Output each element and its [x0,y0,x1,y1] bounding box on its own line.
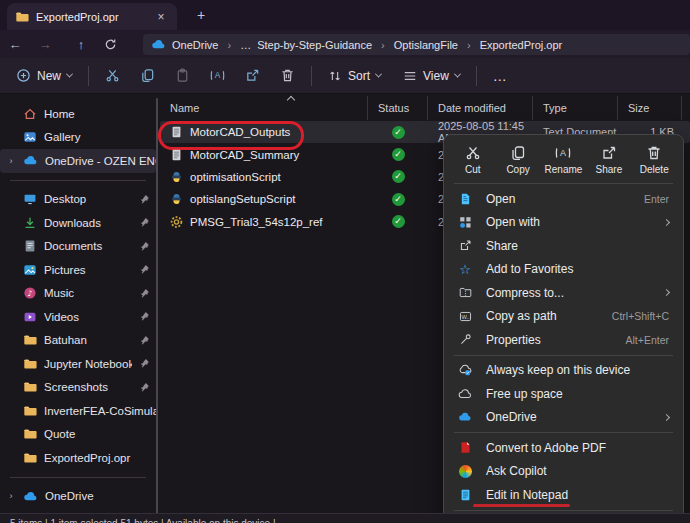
menu-item-edit-in-notepad[interactable]: Edit in Notepad [448,483,679,507]
sidebar-item-documents[interactable]: Documents [0,235,156,259]
sidebar-item-jupyter-notebooks[interactable]: Jupyter Notebooks [0,352,156,376]
folder-icon [15,10,29,24]
sidebar-item-desktop[interactable]: Desktop [0,188,156,212]
sidebar-item-home[interactable]: Home [0,102,156,126]
quick-action-delete[interactable]: Delete [633,142,675,178]
sidebar-item-screenshots[interactable]: Screenshots [0,376,156,400]
python-script-icon [170,192,183,206]
breadcrumb-onedrive[interactable]: OneDrive [172,39,218,51]
breadcrumb-overflow[interactable]: … [240,39,251,51]
onedrive-cloud-icon [151,37,166,52]
menu-item-always-keep-on-device[interactable]: Always keep on this device [448,359,679,383]
cloud-outline-icon [457,387,473,401]
expand-chevron-icon[interactable]: › [6,156,16,166]
refresh-icon[interactable] [104,38,134,51]
sidebar-item-onedrive-ozen[interactable]: › OneDrive - OZEN ENGINEERIN [0,149,156,173]
cut-icon[interactable] [105,68,120,83]
quick-actions: Cut Copy A Rename Share Delete [444,139,683,180]
sidebar-item-pictures[interactable]: Pictures [0,258,156,282]
onedrive-cloud-icon [457,410,473,424]
sidebar-item-music[interactable]: ♪ Music [0,282,156,306]
breadcrumb-chevron-icon: › [378,39,388,51]
svg-text:♪: ♪ [27,289,32,298]
sidebar-item-gallery[interactable]: Gallery [0,126,156,150]
more-options-icon[interactable]: … [487,68,514,84]
sidebar-item-videos[interactable]: Videos [0,305,156,329]
sidebar-scrollbar[interactable] [156,98,158,517]
quick-action-cut[interactable]: Cut [452,142,494,178]
menu-item-open-with[interactable]: Open with [448,211,679,235]
onedrive-cloud-icon [23,153,38,168]
sidebar-item-exportedproj[interactable]: ExportedProj.opr [0,446,156,470]
menu-item-ask-copilot[interactable]: Ask Copilot [448,460,679,484]
pin-icon [139,194,150,205]
sidebar-item-onedrive[interactable]: › OneDrive [0,485,156,509]
breadcrumb-guidance[interactable]: Step-by-Step-Guidance [257,39,372,51]
menu-item-copy-as-path[interactable]: W.. Copy as path Ctrl+Shift+C [448,305,679,329]
plus-circle-icon [16,68,31,83]
rename-icon[interactable]: A [210,68,225,83]
quick-action-share[interactable]: Share [588,142,630,178]
menu-item-onedrive[interactable]: OneDrive [448,406,679,430]
submenu-chevron-icon [663,289,670,296]
view-button[interactable]: View [397,69,466,83]
pin-icon [139,241,150,252]
sidebar-item-batuhan[interactable]: Batuhan [0,329,156,353]
pin-icon [139,217,150,228]
music-icon: ♪ [23,286,37,300]
sidebar-divider [10,180,146,181]
share-icon[interactable] [245,68,260,83]
column-header-type[interactable]: Type [533,96,618,120]
tab-close-icon[interactable]: × [153,9,169,25]
synced-check-icon: ✓ [392,193,405,206]
submenu-chevron-icon [663,219,670,226]
motorcad-file-icon [170,215,183,229]
sort-button[interactable]: Sort [322,69,387,83]
column-header-size[interactable]: Size [618,96,682,120]
menu-item-add-to-favorites[interactable]: ☆ Add to Favorites [448,258,679,282]
copy-icon[interactable] [140,68,155,83]
pin-icon [139,382,150,393]
text-document-icon [170,148,183,162]
synced-check-icon: ✓ [392,170,405,183]
document-icon [23,239,37,253]
expand-chevron-icon[interactable]: › [6,491,16,501]
up-button[interactable]: ↑ [66,37,96,52]
sidebar-item-inverterfea[interactable]: InverterFEA-CoSimulation [0,399,156,423]
delete-icon[interactable] [280,68,295,83]
quick-action-copy[interactable]: Copy [497,142,539,178]
menu-item-properties[interactable]: Properties Alt+Enter [448,328,679,352]
menu-item-compress-to[interactable]: Compress to... [448,281,679,305]
breadcrumb-exportedproj[interactable]: ExportedProj.opr [480,39,563,51]
paste-icon[interactable] [175,68,190,83]
breadcrumb-optislangfile[interactable]: OptislangFile [394,39,458,51]
status-bar-text: 5 items | 1 item selected 51 bytes | Ava… [10,518,276,523]
explorer-tab[interactable]: ExportedProj.opr × [7,3,177,30]
back-button[interactable]: ← [0,37,30,52]
sort-icon [328,69,342,83]
new-button[interactable]: New [10,68,78,83]
folder-icon [23,427,37,441]
title-bar: ExportedProj.opr × + [0,0,690,30]
star-icon: ☆ [457,263,473,276]
sidebar-item-quote[interactable]: Quote [0,423,156,447]
svg-text:A: A [560,148,566,158]
column-header-date-modified[interactable]: Date modified [428,96,533,120]
column-header-name[interactable]: Name [160,96,368,120]
toolbar-divider [311,66,312,86]
address-bar[interactable]: OneDrive › … Step-by-Step-Guidance › Opt… [143,34,690,55]
context-menu: Cut Copy A Rename Share Delete [443,134,684,523]
forward-button[interactable]: → [30,37,60,52]
new-tab-button[interactable]: + [192,7,210,23]
sidebar-item-downloads[interactable]: Downloads [0,211,156,235]
menu-item-free-up-space[interactable]: Free up space [448,382,679,406]
status-bar: 5 items | 1 item selected 51 bytes | Ava… [0,513,690,523]
new-button-label: New [37,69,61,83]
column-header-status[interactable]: Status [368,96,428,120]
menu-item-convert-to-adobe-pdf[interactable]: Convert to Adobe PDF [448,436,679,460]
quick-action-rename[interactable]: A Rename [542,142,584,178]
menu-item-share[interactable]: Share [448,234,679,258]
menu-item-open[interactable]: Open Enter [448,187,679,211]
submenu-chevron-icon [663,414,670,421]
open-with-icon [457,216,473,229]
